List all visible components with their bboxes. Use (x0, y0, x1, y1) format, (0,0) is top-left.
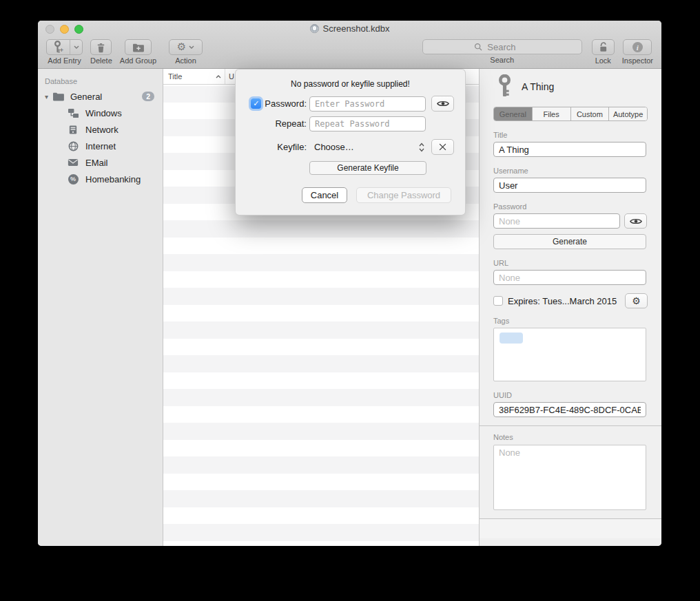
password-field-label: Password (493, 202, 648, 211)
sidebar-item-general[interactable]: ▾ General 2 (38, 88, 163, 105)
tag-token[interactable] (500, 333, 523, 344)
count-badge: 2 (142, 92, 154, 101)
search-input[interactable] (486, 41, 530, 53)
envelope-icon (67, 157, 79, 168)
tab-autotype[interactable]: Autotype (609, 107, 647, 120)
clear-keyfile-button[interactable] (431, 139, 454, 155)
eye-icon (630, 218, 642, 225)
title-field[interactable] (493, 142, 646, 157)
folder-plus-icon (132, 43, 144, 52)
server-icon (67, 124, 79, 135)
change-password-dialog: No password or keyfile supplied! ✓ Passw… (235, 69, 466, 215)
sidebar-item-label: Homebanking (85, 174, 141, 184)
inspector-item: i Inspector (622, 39, 653, 65)
inspector-panel: A Thing General Files Custom Autotype Ti… (480, 69, 661, 546)
folder-icon (52, 91, 64, 102)
sidebar-item-label: EMail (85, 158, 108, 168)
expires-checkbox[interactable] (493, 296, 503, 306)
column-header-username[interactable]: U (225, 72, 234, 81)
percent-circle-icon: % (67, 173, 79, 184)
delete-label: Delete (90, 56, 112, 65)
app-window: Screenshot.kdbx + Add Entry (38, 21, 661, 546)
repeat-password-input[interactable] (309, 116, 426, 131)
inspector-button[interactable]: i (623, 39, 652, 55)
plus-glyph: + (60, 47, 63, 54)
sidebar-item-label: Windows (85, 108, 122, 118)
change-password-button[interactable]: Change Password (356, 187, 451, 203)
delete-button[interactable] (90, 39, 112, 55)
keyfile-popup[interactable]: Choose… (309, 142, 426, 152)
search-icon (474, 43, 482, 51)
inspector-footer (480, 519, 661, 538)
chevron-down-icon (189, 45, 194, 49)
notes-label: Notes (493, 433, 648, 441)
tags-label: Tags (493, 317, 648, 325)
action-button[interactable]: ⚙ (169, 39, 203, 55)
desktop-background: Screenshot.kdbx + Add Entry (0, 0, 700, 601)
chevron-down-icon (74, 45, 79, 49)
cancel-button[interactable]: Cancel (302, 187, 347, 203)
windows-network-icon (67, 107, 79, 118)
password-checkbox-group: ✓ Password: (236, 98, 307, 109)
uuid-field[interactable] (493, 402, 646, 417)
search-label: Search (490, 56, 514, 64)
keyfile-popup-value: Choose… (314, 142, 354, 152)
divider (480, 425, 661, 426)
generate-password-button[interactable]: Generate (493, 234, 646, 249)
globe-icon (67, 140, 79, 151)
add-group-item: Add Group (120, 39, 156, 65)
username-field-label: Username (493, 167, 648, 175)
toolbar: + Add Entry Delete (38, 38, 661, 69)
window-chrome: Screenshot.kdbx + Add Entry (38, 21, 661, 69)
sidebar: Database ▾ General 2 Windows (38, 69, 163, 546)
disclosure-triangle-icon[interactable]: ▾ (45, 93, 52, 101)
enter-password-input[interactable] (309, 96, 426, 112)
tab-custom[interactable]: Custom (571, 107, 610, 120)
dialog-keyfile-label: Keyfile: (236, 142, 307, 152)
dialog-repeat-row: Repeat: (236, 116, 465, 131)
add-entry-dropdown[interactable] (70, 40, 82, 54)
entry-title: A Thing (522, 81, 554, 92)
generate-keyfile-button[interactable]: Generate Keyfile (309, 161, 426, 175)
inspector-header: A Thing (497, 74, 661, 98)
sidebar-item-homebanking[interactable]: % Homebanking (38, 171, 163, 187)
column-username-label: U (229, 72, 234, 81)
info-icon: i (632, 42, 643, 52)
expires-row: Expires: Tues...March 2015 ⚙ (493, 293, 648, 308)
dialog-message: No password or keyfile supplied! (236, 79, 465, 89)
dialog-password-row: ✓ Password: (236, 96, 465, 112)
reveal-password-button[interactable] (624, 213, 647, 229)
show-password-button[interactable] (431, 96, 454, 112)
lock-button[interactable] (592, 39, 615, 55)
sidebar-item-network[interactable]: Network (38, 121, 163, 138)
sidebar-item-internet[interactable]: Internet (38, 138, 163, 154)
sidebar-item-windows[interactable]: Windows (38, 105, 163, 121)
sidebar-item-email[interactable]: EMail (38, 154, 163, 171)
password-row (493, 213, 648, 229)
uuid-label: UUID (493, 391, 648, 399)
column-header-title[interactable]: Title (163, 69, 225, 84)
dialog-buttons: Cancel Change Password (236, 187, 451, 203)
expires-settings-button[interactable]: ⚙ (625, 293, 648, 308)
delete-item: Delete (90, 39, 112, 65)
search-field[interactable] (422, 39, 582, 54)
add-group-button[interactable] (125, 39, 152, 55)
add-entry-label: Add Entry (48, 56, 81, 65)
gear-icon: ⚙ (177, 42, 186, 52)
expires-label: Expires: Tues...March 2015 (508, 296, 620, 306)
password-checkbox[interactable]: ✓ (251, 98, 261, 109)
tab-general[interactable]: General (494, 107, 533, 120)
add-entry-item: + Add Entry (46, 39, 83, 65)
eye-icon (437, 100, 449, 107)
username-field[interactable] (493, 178, 646, 193)
stepper-icon (419, 143, 424, 152)
add-entry-button[interactable]: + (46, 39, 83, 55)
inspector-label: Inspector (622, 56, 653, 65)
dialog-repeat-label: Repeat: (236, 118, 307, 129)
url-field[interactable] (493, 270, 646, 285)
password-field[interactable] (493, 213, 620, 229)
tab-files[interactable]: Files (533, 107, 571, 120)
notes-field[interactable] (493, 445, 646, 510)
tags-field[interactable] (493, 328, 646, 381)
lock-open-icon (598, 41, 608, 53)
